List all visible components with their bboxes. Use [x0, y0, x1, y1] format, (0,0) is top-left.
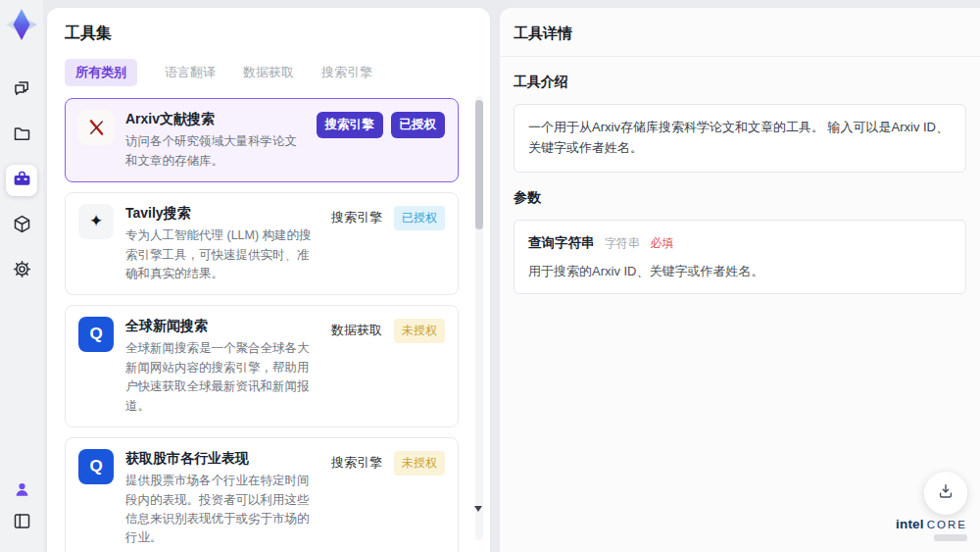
intel-product-text: CORE — [927, 519, 967, 530]
download-icon — [936, 481, 956, 505]
toolbox-icon — [12, 169, 32, 193]
gear-icon — [12, 259, 32, 283]
app-screen: 工具集 所有类别 语言翻译 数据获取 搜索引擎 Arxiv文献搜索 访问各个研究… — [0, 0, 980, 552]
nav-files[interactable] — [6, 120, 37, 151]
tool-list-panel: 工具集 所有类别 语言翻译 数据获取 搜索引擎 Arxiv文献搜索 访问各个研究… — [47, 8, 490, 552]
tool-intro-text: 一个用于从Arxiv存储库搜索科学论文和文章的工具。 输入可以是Arxiv ID… — [514, 104, 966, 173]
nav-chat[interactable] — [6, 75, 37, 106]
tool-row-tavily[interactable]: ✦ Tavily搜索 专为人工智能代理 (LLM) 构建的搜索引擎工具，可快速提… — [65, 192, 459, 295]
user-icon — [13, 480, 31, 503]
category-tabs: 所有类别 语言翻译 数据获取 搜索引擎 — [65, 59, 472, 86]
parameter-card: 查询字符串 字符串 必填 用于搜索的Arxiv ID、关键字或作者姓名。 — [514, 220, 966, 295]
scroll-down-arrow-icon[interactable] — [474, 506, 482, 512]
params-heading: 参数 — [514, 189, 966, 207]
sidebar-toggle-icon — [12, 511, 32, 535]
cube-icon — [12, 214, 32, 238]
nav-settings[interactable] — [6, 255, 37, 286]
tool-title: 全球新闻搜索 — [125, 317, 319, 334]
nav-models[interactable] — [6, 210, 37, 241]
tool-description: 专为人工智能代理 (LLM) 构建的搜索引擎工具，可快速提供实时、准确和真实的结… — [125, 226, 319, 283]
tool-title: 获取股市各行业表现 — [125, 449, 319, 467]
auth-status-badge: 未授权 — [394, 451, 445, 476]
tavily-sparkle-icon: ✦ — [78, 204, 114, 239]
details-title: 工具详情 — [500, 8, 980, 57]
chat-icon — [12, 78, 32, 103]
tab-all-categories[interactable]: 所有类别 — [65, 59, 137, 86]
parameter-header: 查询字符串 字符串 必填 — [528, 233, 952, 252]
tool-details-panel: 工具详情 工具介绍 一个用于从Arxiv存储库搜索科学论文和文章的工具。 输入可… — [500, 8, 980, 552]
tool-title: Arxiv文献搜索 — [125, 110, 305, 127]
rail-nav — [6, 75, 37, 286]
auth-status-badge: 已授权 — [391, 112, 446, 138]
tab-translation[interactable]: 语言翻译 — [165, 59, 216, 86]
arxiv-logo-icon — [78, 110, 114, 145]
tab-search-engine[interactable]: 搜索引擎 — [321, 59, 372, 86]
category-label: 搜索引擎 — [331, 451, 382, 472]
required-badge: 必填 — [650, 236, 673, 250]
nav-collapse-sidebar[interactable] — [6, 509, 37, 536]
auth-status-badge: 已授权 — [394, 206, 445, 230]
tool-list: Arxiv文献搜索 访问各个研究领域大量科学论文和文章的存储库。 搜索引擎 已授… — [65, 98, 472, 552]
intel-core-logo: intelCORE — [896, 515, 967, 541]
category-badge: 搜索引擎 — [317, 112, 383, 138]
rail-bottom-nav — [6, 477, 37, 536]
parameter-type: 字符串 — [605, 236, 640, 250]
tool-description: 提供股票市场各个行业在特定时间段内的表现。投资者可以利用这些信息来识别表现优于或… — [125, 472, 319, 548]
folder-icon — [12, 124, 32, 148]
page-title: 工具集 — [65, 24, 472, 44]
intel-sub-badge — [934, 534, 967, 541]
auth-status-badge: 未授权 — [394, 319, 445, 343]
category-label: 搜索引擎 — [331, 206, 382, 226]
tool-row-arxiv[interactable]: Arxiv文献搜索 访问各个研究领域大量科学论文和文章的存储库。 搜索引擎 已授… — [65, 98, 459, 182]
nav-toolbox[interactable] — [6, 165, 37, 196]
intel-brand-text: intel — [896, 517, 924, 531]
app-logo-icon — [4, 7, 39, 42]
tool-title: Tavily搜索 — [125, 204, 319, 222]
tool-row-stock-sectors[interactable]: Q 获取股市各行业表现 提供股票市场各个行业在特定时间段内的表现。投资者可以利用… — [65, 437, 459, 552]
download-button[interactable] — [924, 472, 967, 515]
tool-description: 访问各个研究领域大量科学论文和文章的存储库。 — [125, 132, 305, 171]
news-app-icon: Q — [78, 317, 114, 352]
category-label: 数据获取 — [331, 319, 382, 339]
left-icon-rail — [0, 0, 43, 552]
tab-data-fetch[interactable]: 数据获取 — [243, 59, 294, 86]
parameter-name: 查询字符串 — [528, 235, 595, 250]
nav-account[interactable] — [6, 477, 37, 505]
intro-heading: 工具介绍 — [514, 74, 966, 91]
parameter-description: 用于搜索的Arxiv ID、关键字或作者姓名。 — [528, 262, 952, 281]
list-scrollbar-thumb[interactable] — [475, 100, 483, 229]
tool-row-global-news[interactable]: Q 全球新闻搜索 全球新闻搜索是一个聚合全球各大新闻网站内容的搜索引擎，帮助用户… — [65, 305, 459, 427]
tool-description: 全球新闻搜索是一个聚合全球各大新闻网站内容的搜索引擎，帮助用户快速获取全球最新资… — [125, 339, 319, 416]
news-app-icon: Q — [78, 449, 114, 484]
